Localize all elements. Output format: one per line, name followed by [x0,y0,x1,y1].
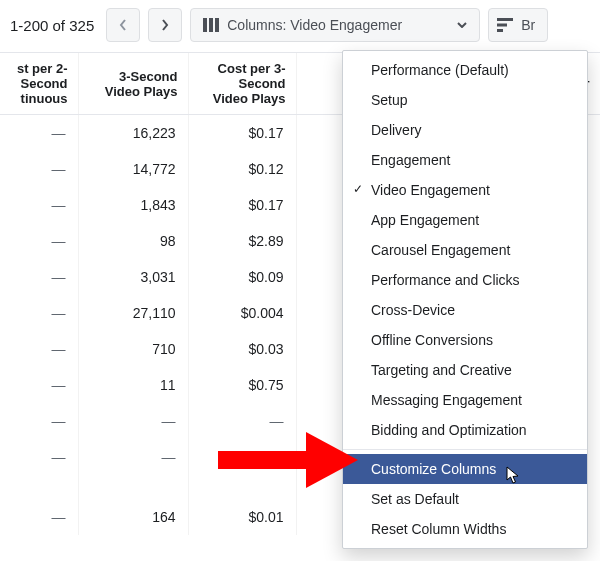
svg-rect-2 [215,18,219,32]
dropdown-item[interactable]: Cross-Device [343,295,587,325]
dropdown-item[interactable]: Performance (Default) [343,55,587,85]
dropdown-item[interactable]: Performance and Clicks [343,265,587,295]
svg-rect-1 [209,18,213,32]
dropdown-item[interactable]: Engagement [343,145,587,175]
columns-icon [203,18,219,32]
table-cell: 16,223 [78,115,188,152]
table-cell: $0.09 [188,259,296,295]
table-cell: 27,110 [78,295,188,331]
table-cell: — [78,403,188,439]
column-header[interactable]: Cost per 3-SecondVideo Plays [188,53,296,115]
columns-label: Columns: Video Engagemer [227,17,402,33]
dropdown-separator [343,449,587,450]
svg-rect-3 [497,18,513,21]
table-cell: $0.01 [188,499,296,535]
dropdown-item[interactable]: Targeting and Creative [343,355,587,385]
chevron-right-icon [161,19,169,31]
table-cell: $0.17 [188,115,296,152]
prev-page-button[interactable] [106,8,140,42]
breakdown-button[interactable]: Br [488,8,548,42]
column-header[interactable]: 3-SecondVideo Plays [78,53,188,115]
table-cell: 11 [78,367,188,403]
dropdown-item[interactable]: Video Engagement [343,175,587,205]
table-cell: — [0,403,78,439]
dropdown-item[interactable]: Messaging Engagement [343,385,587,415]
table-cell: — [0,331,78,367]
dropdown-item[interactable]: Reset Column Widths [343,514,587,544]
dropdown-item[interactable]: Customize Columns [343,454,587,484]
next-page-button[interactable] [148,8,182,42]
column-header[interactable]: st per 2-Secondtinuous [0,53,78,115]
table-cell: — [78,439,188,475]
dropdown-item[interactable]: Carousel Engagement [343,235,587,265]
svg-rect-0 [203,18,207,32]
svg-rect-4 [497,24,507,27]
table-cell: 710 [78,331,188,367]
table-cell: $0.75 [188,367,296,403]
table-cell: — [0,499,78,535]
dropdown-item[interactable]: Delivery [343,115,587,145]
dropdown-item[interactable]: Bidding and Optimization [343,415,587,445]
table-cell: — [0,151,78,187]
chevron-left-icon [119,19,127,31]
dropdown-item[interactable]: Set as Default [343,484,587,514]
table-cell: — [0,259,78,295]
toolbar: 1-200 of 325 Columns: Video Engagemer Br [0,0,600,53]
breakdown-label: Br [521,17,535,33]
table-cell: 164 [78,499,188,535]
breakdown-icon [497,18,513,32]
columns-dropdown-menu: Performance (Default)SetupDeliveryEngage… [342,50,588,549]
chevron-down-icon [457,22,467,28]
table-cell: $2.89 [188,223,296,259]
table-cell: 98 [78,223,188,259]
table-cell: — [188,403,296,439]
table-cell: 14,772 [78,151,188,187]
table-cell: — [0,115,78,152]
table-cell: $0.17 [188,187,296,223]
table-cell: — [0,367,78,403]
table-cell: 1,843 [78,187,188,223]
dropdown-item[interactable]: App Engagement [343,205,587,235]
table-cell: — [0,187,78,223]
table-cell: — [188,439,296,475]
svg-rect-5 [497,29,503,32]
table-cell: $0.004 [188,295,296,331]
table-cell: — [0,439,78,475]
table-cell: $0.12 [188,151,296,187]
table-cell: 3,031 [78,259,188,295]
table-cell: $0.03 [188,331,296,367]
dropdown-item[interactable]: Offline Conversions [343,325,587,355]
table-cell: — [0,295,78,331]
pagination-label: 1-200 of 325 [10,17,98,34]
dropdown-item[interactable]: Setup [343,85,587,115]
columns-dropdown-button[interactable]: Columns: Video Engagemer [190,8,480,42]
table-cell: — [0,223,78,259]
